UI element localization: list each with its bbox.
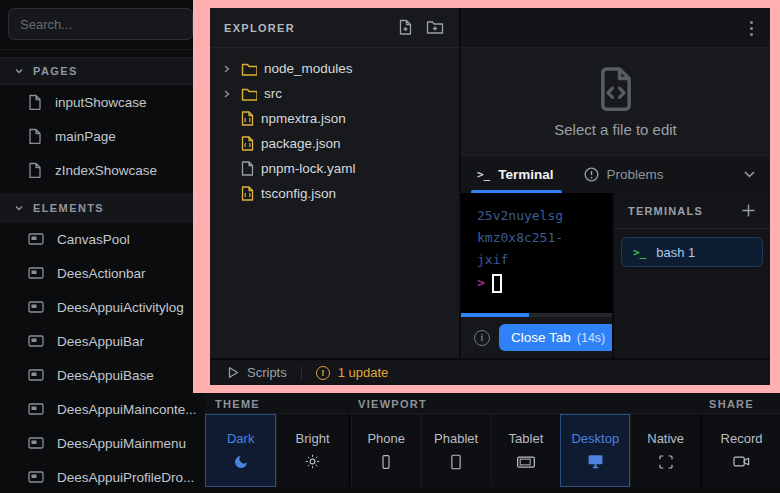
tab-problems[interactable]: Problems xyxy=(582,156,666,193)
button-label: Dark xyxy=(227,431,254,446)
sun-icon xyxy=(304,453,321,471)
sidebar-item-element[interactable]: DeesActionbar xyxy=(0,256,205,290)
file-tree: node_modules xyxy=(210,48,459,206)
tree-item[interactable]: pnpm-lock.yaml xyxy=(210,156,459,181)
tree-item-label: node_modules xyxy=(264,61,353,76)
search-container xyxy=(0,0,205,50)
button-label: Phablet xyxy=(434,431,478,446)
chevron-right-icon xyxy=(222,89,234,99)
tree-item[interactable]: package.json xyxy=(210,131,459,156)
viewport-tablet-button[interactable]: Tablet xyxy=(491,414,561,487)
sidebar-item-label: CanvasPool xyxy=(57,232,130,247)
json-file-icon xyxy=(241,186,254,201)
component-icon xyxy=(28,402,44,416)
tree-item-label: npmextra.json xyxy=(261,111,346,126)
scripts-button[interactable]: Scripts xyxy=(227,365,287,380)
viewport-native-button[interactable]: Native xyxy=(630,414,700,487)
new-folder-icon[interactable] xyxy=(425,18,445,37)
sidebar-item-element[interactable]: DeesAppuiProfileDro... xyxy=(0,460,205,493)
component-icon xyxy=(28,232,44,246)
explorer-header: EXPLORER xyxy=(210,8,459,48)
close-tab-button[interactable]: Close Tab (14s) xyxy=(499,324,612,351)
button-label: Native xyxy=(647,431,684,446)
sidebar-item-label: DeesAppuiBase xyxy=(57,368,154,383)
highlight-frame: EXPLORER xyxy=(193,0,780,393)
terminal-actions-row: i Close Tab (14s) xyxy=(461,317,612,358)
active-tab-underline xyxy=(471,190,562,193)
terminals-header: TERMINALS xyxy=(614,193,770,229)
explorer-panel: EXPLORER xyxy=(210,8,461,358)
share-section-label: SHARE xyxy=(709,398,754,410)
terminal-view: 25v2nuyelsgkmz0x8c251-jxif > i Close Tab xyxy=(461,193,612,358)
terminals-panel: TERMINALS >_ bash 1 xyxy=(614,193,770,358)
tablet-icon xyxy=(516,453,536,471)
theme-bright-button[interactable]: Bright xyxy=(276,414,347,487)
sidebar-item-element[interactable]: DeesAppuiBase xyxy=(0,358,205,392)
sidebar-item-element[interactable]: DeesAppuiBar xyxy=(0,324,205,358)
info-icon[interactable]: i xyxy=(474,330,490,346)
tree-item-label: tsconfig.json xyxy=(261,186,336,201)
viewport-desktop-button[interactable]: Desktop xyxy=(560,414,630,487)
sidebar-item-page[interactable]: inputShowcase xyxy=(0,85,205,119)
viewport-section-label: VIEWPORT xyxy=(358,398,427,410)
sidebar-item-element[interactable]: DeesAppuiMainmenu xyxy=(0,426,205,460)
share-record-button[interactable]: Record xyxy=(703,414,780,487)
tab-terminal[interactable]: >_ Terminal xyxy=(475,156,556,193)
sidebar: PAGES inputShowcase mainPage z xyxy=(0,0,205,493)
elements-list: CanvasPool DeesActionbar DeesAppuiActivi… xyxy=(0,222,205,493)
phablet-icon xyxy=(447,453,465,471)
device-toolbar: THEME VIEWPORT SHARE Dark Bright Phone P… xyxy=(205,393,780,493)
sidebar-item-element[interactable]: DeesAppuiMainconte... xyxy=(0,392,205,426)
viewport-phablet-button[interactable]: Phablet xyxy=(421,414,491,487)
component-icon xyxy=(28,334,44,348)
theme-dark-button[interactable]: Dark xyxy=(205,414,276,487)
terminal-prompt: > xyxy=(477,272,485,294)
sidebar-item-label: DeesAppuiMainconte... xyxy=(57,402,197,417)
terminal-session-bash1[interactable]: >_ bash 1 xyxy=(621,237,763,267)
chevron-down-icon xyxy=(14,203,24,213)
tree-item[interactable]: src xyxy=(210,81,459,106)
kebab-menu-icon[interactable] xyxy=(749,20,754,37)
add-terminal-icon[interactable] xyxy=(741,203,756,218)
sidebar-section-pages[interactable]: PAGES xyxy=(0,57,205,85)
sidebar-item-label: DeesAppuiMainmenu xyxy=(57,436,186,451)
button-label: Bright xyxy=(296,431,330,446)
tree-item[interactable]: node_modules xyxy=(210,56,459,81)
update-notice[interactable]: ! 1 update xyxy=(316,365,389,380)
file-icon xyxy=(28,162,42,178)
toolbar-bottom-strip xyxy=(205,487,780,493)
panel-tabbar: >_ Terminal Problems xyxy=(461,155,770,193)
button-label: Phone xyxy=(367,431,405,446)
new-file-icon[interactable] xyxy=(396,18,415,37)
editor-column: Select a file to edit >_ Terminal Proble… xyxy=(461,8,770,358)
sidebar-item-label: DeesActionbar xyxy=(57,266,146,281)
statusbar-divider xyxy=(301,366,302,380)
section-label: PAGES xyxy=(33,65,78,77)
sidebar-item-element[interactable]: DeesAppuiActivitylog xyxy=(0,290,205,324)
sidebar-item-element[interactable]: CanvasPool xyxy=(0,222,205,256)
button-label: Desktop xyxy=(571,431,619,446)
tree-item[interactable]: tsconfig.json xyxy=(210,181,459,206)
section-label: ELEMENTS xyxy=(33,202,104,214)
sidebar-item-page[interactable]: mainPage xyxy=(0,119,205,153)
folder-icon xyxy=(241,87,257,101)
tree-item-label: src xyxy=(264,86,282,101)
terminal-screen[interactable]: 25v2nuyelsgkmz0x8c251-jxif > xyxy=(461,193,612,313)
editor-empty-message: Select a file to edit xyxy=(554,121,677,138)
sidebar-item-page[interactable]: zIndexShowcase xyxy=(0,153,205,187)
sidebar-section-elements[interactable]: ELEMENTS xyxy=(0,194,205,222)
file-icon xyxy=(28,128,42,144)
tree-item[interactable]: npmextra.json xyxy=(210,106,459,131)
terminal-icon: >_ xyxy=(477,168,490,181)
component-icon xyxy=(28,470,44,484)
panel-statusbar: Scripts ! 1 update xyxy=(210,358,770,385)
tab-label: Terminal xyxy=(498,167,553,182)
sidebar-item-label: mainPage xyxy=(55,129,116,144)
collapse-panel-chevron-icon[interactable] xyxy=(743,170,756,179)
search-input[interactable] xyxy=(8,8,193,40)
viewport-phone-button[interactable]: Phone xyxy=(351,414,421,487)
file-icon xyxy=(28,94,42,110)
problems-icon xyxy=(584,167,599,182)
component-icon xyxy=(28,436,44,450)
pages-list: inputShowcase mainPage zIndexShowcase xyxy=(0,85,205,187)
